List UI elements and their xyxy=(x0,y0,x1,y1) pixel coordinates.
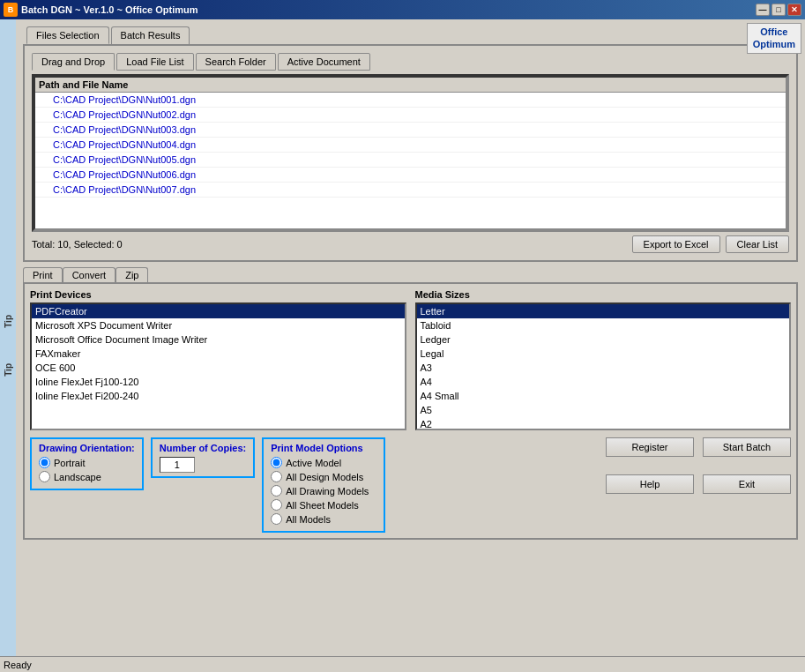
model-options-title: Print Model Options xyxy=(271,443,376,453)
design-models-label: All Design Models xyxy=(286,472,363,482)
drawing-models-radio[interactable] xyxy=(271,485,282,497)
close-button[interactable]: ✕ xyxy=(787,4,801,16)
status-bar: Ready xyxy=(0,656,805,672)
sub-tab-bar: Drag and Drop Load File List Search Fold… xyxy=(32,53,789,71)
sub-tab-drag-drop[interactable]: Drag and Drop xyxy=(32,53,115,71)
media-size-item[interactable]: Ledger xyxy=(417,332,790,347)
top-action-row: Register Start Batch xyxy=(606,437,791,457)
portrait-radio[interactable] xyxy=(39,457,50,468)
design-models-radio[interactable] xyxy=(271,471,282,482)
copies-box: Number of Copies: xyxy=(151,437,255,478)
title-bar: B Batch DGN ~ Ver.1.0 ~ Office Optimum —… xyxy=(0,0,805,19)
tip-label-top: Tip xyxy=(4,315,13,328)
media-sizes-section: Media Sizes Letter Tabloid Ledger Legal … xyxy=(415,289,792,430)
minimize-button[interactable]: — xyxy=(756,4,770,16)
copies-input[interactable] xyxy=(160,457,195,473)
clear-list-button[interactable]: Clear List xyxy=(726,235,789,253)
help-button[interactable]: Help xyxy=(606,474,694,494)
sub-tab-active-doc[interactable]: Active Document xyxy=(278,53,370,71)
file-list[interactable]: Path and File Name C:\CAD Project\DGN\Nu… xyxy=(34,76,787,230)
window-content: Files Selection Batch Results Drag and D… xyxy=(19,23,801,653)
media-size-item[interactable]: A4 Small xyxy=(417,389,790,403)
tab-files-selection[interactable]: Files Selection xyxy=(26,26,109,44)
orientation-title: Drawing Orientation: xyxy=(39,443,135,453)
list-item[interactable]: C:\CAD Project\DGN\Nut005.dgn xyxy=(35,153,786,168)
media-size-item[interactable]: Letter xyxy=(417,304,790,318)
print-device-item[interactable]: Microsoft XPS Document Writer xyxy=(32,318,405,332)
sheet-models-label: All Sheet Models xyxy=(286,500,359,511)
main-window: Office Optimum Tip Tip Files Selection B… xyxy=(0,19,805,672)
maximize-button[interactable]: □ xyxy=(771,4,786,16)
landscape-radio[interactable] xyxy=(39,471,50,482)
bottom-action-row: Help Exit xyxy=(606,474,791,494)
print-device-item[interactable]: Microsoft Office Document Image Writer xyxy=(32,332,405,347)
print-device-item[interactable]: Ioline FlexJet Fj100-120 xyxy=(32,375,405,389)
media-size-item[interactable]: Legal xyxy=(417,347,790,361)
tip-sidebar: Tip Tip xyxy=(0,19,16,672)
model-option-sheet[interactable]: All Sheet Models xyxy=(271,499,376,511)
sheet-models-radio[interactable] xyxy=(271,499,282,511)
list-item[interactable]: C:\CAD Project\DGN\Nut006.dgn xyxy=(35,168,786,183)
title-bar-text: Batch DGN ~ Ver.1.0 ~ Office Optimum xyxy=(21,4,198,15)
portrait-label: Portrait xyxy=(54,458,85,468)
landscape-label: Landscape xyxy=(54,472,101,482)
file-list-status-bar: Total: 10, Selected: 0 Export to Excel C… xyxy=(32,235,789,253)
landscape-option[interactable]: Landscape xyxy=(39,471,135,482)
list-item[interactable]: C:\CAD Project\DGN\Nut007.dgn xyxy=(35,183,786,198)
export-to-excel-button[interactable]: Export to Excel xyxy=(632,235,720,253)
portrait-option[interactable]: Portrait xyxy=(39,457,135,468)
active-model-label: Active Model xyxy=(286,458,341,468)
file-list-count: Total: 10, Selected: 0 xyxy=(32,239,123,250)
copies-title: Number of Copies: xyxy=(160,443,246,453)
media-size-item[interactable]: A4 xyxy=(417,375,790,389)
all-models-label: All Models xyxy=(286,514,331,525)
status-text: Ready xyxy=(4,660,32,670)
app-icon: B xyxy=(4,3,18,17)
model-option-all[interactable]: All Models xyxy=(271,513,376,525)
main-tab-bar: Files Selection Batch Results xyxy=(23,26,190,44)
files-selection-panel: Drag and Drop Load File List Search Fold… xyxy=(23,44,798,262)
model-option-drawing[interactable]: All Drawing Models xyxy=(271,485,376,497)
print-device-item[interactable]: FAXmaker xyxy=(32,347,405,361)
print-devices-title: Print Devices xyxy=(30,289,406,300)
list-item[interactable]: C:\CAD Project\DGN\Nut004.dgn xyxy=(35,138,786,153)
print-device-item[interactable]: PDFCreator xyxy=(32,304,405,318)
print-device-item[interactable]: OCE 600 xyxy=(32,361,405,375)
office-logo: Office Optimum xyxy=(747,23,801,54)
bottom-controls: Drawing Orientation: Portrait Landscape … xyxy=(30,437,791,533)
tab-zip[interactable]: Zip xyxy=(116,267,148,282)
model-option-design[interactable]: All Design Models xyxy=(271,471,376,482)
print-devices-section: Print Devices PDFCreator Microsoft XPS D… xyxy=(30,289,406,430)
print-panel: Print Devices PDFCreator Microsoft XPS D… xyxy=(23,282,798,540)
register-button[interactable]: Register xyxy=(606,437,694,457)
drawing-orientation-box: Drawing Orientation: Portrait Landscape xyxy=(30,437,144,490)
media-sizes-title: Media Sizes xyxy=(415,289,792,300)
print-model-options-box: Print Model Options Active Model All Des… xyxy=(262,437,385,533)
media-size-item[interactable]: A2 xyxy=(417,417,790,430)
print-device-item[interactable]: Ioline FlexJet Fi200-240 xyxy=(32,389,405,403)
tip-label-bottom: Tip xyxy=(4,363,13,377)
file-list-area: Path and File Name C:\CAD Project\DGN\Nu… xyxy=(32,74,789,232)
list-item[interactable]: C:\CAD Project\DGN\Nut001.dgn xyxy=(35,93,786,108)
tab-batch-results[interactable]: Batch Results xyxy=(111,26,190,44)
exit-button[interactable]: Exit xyxy=(703,474,791,494)
media-size-item[interactable]: Tabloid xyxy=(417,318,790,332)
sub-tab-load-file[interactable]: Load File List xyxy=(116,53,193,71)
media-size-item[interactable]: A5 xyxy=(417,403,790,417)
action-buttons-area: Register Start Batch Help Exit xyxy=(606,437,791,494)
sub-tab-search-folder[interactable]: Search Folder xyxy=(196,53,276,71)
list-item[interactable]: C:\CAD Project\DGN\Nut002.dgn xyxy=(35,108,786,123)
all-models-radio[interactable] xyxy=(271,513,282,525)
list-item[interactable]: C:\CAD Project\DGN\Nut003.dgn xyxy=(35,123,786,138)
model-option-active[interactable]: Active Model xyxy=(271,457,376,468)
active-model-radio[interactable] xyxy=(271,457,282,468)
media-size-item[interactable]: A3 xyxy=(417,361,790,375)
print-options-row: Print Devices PDFCreator Microsoft XPS D… xyxy=(30,289,791,430)
start-batch-button[interactable]: Start Batch xyxy=(703,437,791,457)
print-devices-list[interactable]: PDFCreator Microsoft XPS Document Writer… xyxy=(30,302,406,430)
drawing-models-label: All Drawing Models xyxy=(286,486,369,497)
tab-convert[interactable]: Convert xyxy=(63,267,116,282)
file-list-header: Path and File Name xyxy=(35,78,786,93)
tab-print[interactable]: Print xyxy=(23,267,63,282)
media-sizes-list[interactable]: Letter Tabloid Ledger Legal A3 A4 A4 Sma… xyxy=(415,302,792,430)
